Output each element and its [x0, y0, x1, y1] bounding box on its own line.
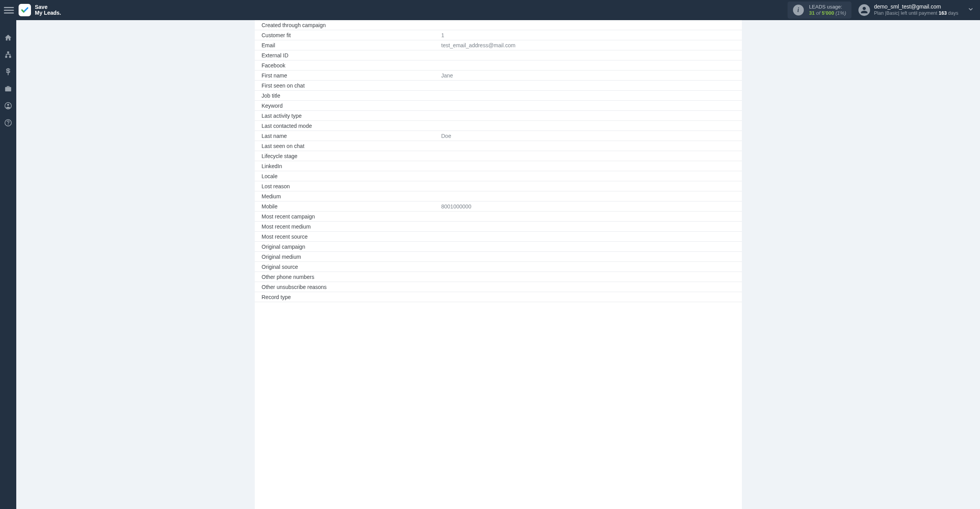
- svg-rect-1: [5, 56, 7, 57]
- field-label: Last contacted mode: [255, 123, 441, 129]
- field-label: Last activity type: [255, 113, 441, 119]
- field-label: First seen on chat: [255, 83, 441, 89]
- field-row: Other phone numbers: [255, 272, 742, 282]
- leads-usage-value: 31 of 5'000 (1%): [809, 10, 846, 16]
- field-label: Job title: [255, 93, 441, 99]
- sidebar-item-help[interactable]: [0, 117, 16, 129]
- main-content: Created through campaignCustomer fit1Ema…: [16, 20, 980, 509]
- field-label: Most recent campaign: [255, 213, 441, 220]
- field-label: Email: [255, 42, 441, 48]
- svg-point-7: [8, 124, 9, 125]
- field-label: Facebook: [255, 62, 441, 69]
- brand-line-1: Save: [35, 4, 61, 10]
- leads-usage-label: LEADS usage:: [809, 4, 846, 10]
- field-label: Original source: [255, 264, 441, 270]
- fields-card: Created through campaignCustomer fit1Ema…: [255, 20, 742, 509]
- field-label: Record type: [255, 294, 441, 300]
- field-value: 1: [441, 32, 742, 38]
- svg-rect-3: [5, 88, 11, 91]
- svg-rect-2: [9, 56, 10, 57]
- field-row: Original source: [255, 262, 742, 272]
- field-row: Record type: [255, 292, 742, 302]
- field-row: External ID: [255, 50, 742, 60]
- field-label: External ID: [255, 52, 441, 58]
- field-label: Medium: [255, 193, 441, 199]
- field-row: Job title: [255, 91, 742, 101]
- sidebar-nav: [0, 20, 16, 509]
- plan-days-suffix: days: [947, 10, 958, 16]
- field-label: Locale: [255, 173, 441, 179]
- top-bar: Save My Leads. i LEADS usage: 31 of 5'00…: [0, 0, 980, 20]
- sitemap-icon: [4, 51, 12, 58]
- field-row: Last contacted mode: [255, 121, 742, 131]
- field-label: Customer fit: [255, 32, 441, 38]
- svg-rect-0: [7, 52, 9, 53]
- leads-of: of: [816, 10, 820, 16]
- field-row: Keyword: [255, 101, 742, 111]
- home-icon: [4, 34, 12, 41]
- info-icon: i: [793, 5, 804, 15]
- field-label: Original campaign: [255, 244, 441, 250]
- field-row: Lost reason: [255, 181, 742, 191]
- question-circle-icon: [4, 119, 12, 127]
- app-logo[interactable]: [19, 4, 31, 16]
- field-row: Customer fit1: [255, 30, 742, 40]
- avatar: [858, 4, 870, 16]
- sidebar-item-account[interactable]: [0, 100, 16, 112]
- leads-used: 31: [809, 10, 815, 16]
- field-label: Last name: [255, 133, 441, 139]
- field-row: Last nameDoe: [255, 131, 742, 141]
- brand-line-2: My Leads.: [35, 10, 61, 16]
- user-email: demo_sml_test@gmail.com: [874, 3, 958, 10]
- field-row: Medium: [255, 191, 742, 201]
- field-row: Mobile8001000000: [255, 201, 742, 212]
- field-label: Most recent medium: [255, 224, 441, 230]
- field-value: 8001000000: [441, 203, 742, 210]
- field-row: Other unsubscribe reasons: [255, 282, 742, 292]
- field-label: LinkedIn: [255, 163, 441, 169]
- field-row: Most recent campaign: [255, 212, 742, 222]
- leads-usage-panel[interactable]: i LEADS usage: 31 of 5'000 (1%): [788, 2, 852, 19]
- sidebar-item-toolbox[interactable]: [0, 83, 16, 95]
- field-label: Other phone numbers: [255, 274, 441, 280]
- field-row: Last activity type: [255, 111, 742, 121]
- field-row: Lifecycle stage: [255, 151, 742, 161]
- sidebar-item-billing[interactable]: [0, 66, 16, 77]
- menu-toggle-button[interactable]: [4, 7, 14, 14]
- leads-percent: (1%): [836, 10, 846, 16]
- field-row: Most recent medium: [255, 222, 742, 232]
- leads-total: 5'000: [822, 10, 834, 16]
- field-label: Lost reason: [255, 183, 441, 189]
- field-row: Original medium: [255, 252, 742, 262]
- sidebar-item-home[interactable]: [0, 32, 16, 43]
- user-icon: [860, 6, 868, 14]
- field-row: Emailtest_email_address@mail.com: [255, 40, 742, 50]
- field-value: Jane: [441, 72, 742, 79]
- field-label: Original medium: [255, 254, 441, 260]
- field-row: First nameJane: [255, 71, 742, 81]
- field-row: Last seen on chat: [255, 141, 742, 151]
- plan-mid: | left until payment: [898, 10, 939, 16]
- field-row: First seen on chat: [255, 81, 742, 91]
- field-row: Facebook: [255, 60, 742, 71]
- checkmark-icon: [21, 6, 29, 14]
- field-row: Locale: [255, 171, 742, 181]
- plan-prefix: Plan |: [874, 10, 886, 16]
- field-row: Original campaign: [255, 242, 742, 252]
- field-label: Last seen on chat: [255, 143, 441, 149]
- user-circle-icon: [4, 102, 12, 110]
- field-value: test_email_address@mail.com: [441, 42, 742, 48]
- field-label: Most recent source: [255, 234, 441, 240]
- field-label: Lifecycle stage: [255, 153, 441, 159]
- field-value: Doe: [441, 133, 742, 139]
- plan-days: 163: [939, 10, 947, 16]
- svg-point-5: [7, 104, 9, 106]
- field-label: Keyword: [255, 103, 441, 109]
- chevron-down-icon[interactable]: [968, 6, 974, 14]
- brand-name: Save My Leads.: [35, 4, 61, 16]
- user-menu[interactable]: demo_sml_test@gmail.com Plan |Basic| lef…: [858, 3, 976, 16]
- user-plan-line: Plan |Basic| left until payment 163 days: [874, 10, 958, 17]
- field-row: Most recent source: [255, 232, 742, 242]
- sidebar-item-connections[interactable]: [0, 49, 16, 60]
- field-label: First name: [255, 72, 441, 79]
